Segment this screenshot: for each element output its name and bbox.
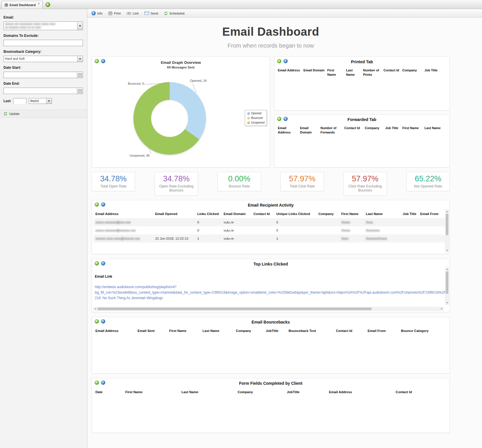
cell-email-domain[interactable]: vutu.re <box>222 218 252 226</box>
column-header: Email Address <box>277 125 299 136</box>
scrollbar-thumb[interactable] <box>446 271 448 294</box>
add-icon[interactable]: + <box>277 59 281 63</box>
column-header: Email Domain <box>222 210 252 218</box>
dropdown-button[interactable] <box>46 98 52 104</box>
scrollbar-thumb[interactable] <box>97 308 372 310</box>
cell-email-opened: 22 Jun 2018, 12:22:13 <box>153 234 195 243</box>
bounceback-category-select[interactable]: Hard and Soft <box>3 56 83 62</box>
cell-company <box>317 234 340 243</box>
last-value-input[interactable] <box>13 99 26 104</box>
add-icon[interactable]: + <box>95 202 99 207</box>
stat-label: Total Open Rate <box>94 184 133 188</box>
cell-email-from <box>418 234 445 243</box>
scroll-up-button[interactable] <box>445 268 449 271</box>
cell-first-name: Xxxx <box>340 234 364 243</box>
add-icon[interactable]: + <box>95 59 99 63</box>
info-icon[interactable]: i <box>101 319 105 324</box>
send-tool[interactable]: Send <box>144 12 158 15</box>
bounceback-selected-value: Hard and Soft <box>4 56 77 62</box>
calendar-icon <box>78 89 82 93</box>
email-select[interactable]: xxxxxx xxx xxxxxxxxx xxxxx xxxxx xxxx xx… <box>3 21 83 30</box>
calendar-button[interactable] <box>77 72 83 78</box>
vertical-scrollbar[interactable] <box>445 267 449 305</box>
add-icon[interactable]: + <box>95 261 99 265</box>
add-tab-button[interactable]: + <box>46 2 50 7</box>
printer-icon <box>108 11 113 15</box>
scroll-down-button[interactable] <box>445 301 449 305</box>
scheduled-tool[interactable]: Scheduled <box>164 11 184 15</box>
add-icon[interactable]: + <box>277 117 281 121</box>
slice-label-bounced: Bounced, 0 <box>128 82 144 85</box>
info-icon[interactable]: i <box>101 380 105 385</box>
stat-card-not-opened-rate: 65.22% Not Opened Rate <box>406 172 450 191</box>
panel-title: Forwarded Tab <box>274 115 450 122</box>
info-icon[interactable]: i <box>101 261 105 265</box>
legend-item-unopened: Unopened <box>247 121 264 124</box>
cell-last-name: Xxxx <box>364 218 401 226</box>
stat-value: 34.78% <box>157 174 196 183</box>
stat-label: Click Rate Excluding Bounces <box>345 184 385 193</box>
cell-unique-links[interactable]: 0 <box>275 226 317 234</box>
dropdown-button[interactable] <box>77 56 83 62</box>
horizontal-scrollbar[interactable] <box>93 307 444 311</box>
cell-email-domain[interactable]: vutu.re <box>222 226 252 234</box>
column-header: Company <box>364 125 384 136</box>
panel-title: Form Fields Completed by Client <box>92 378 450 386</box>
column-header: Unique Links Clicked <box>275 210 317 218</box>
column-header: First Name <box>124 388 180 396</box>
column-header: Email Opened <box>153 210 195 218</box>
dropdown-button[interactable] <box>77 22 83 30</box>
main-area: i Info Print Link <box>87 9 482 448</box>
add-icon[interactable]: + <box>95 319 99 324</box>
cell-first-name: Xxxxx <box>340 218 364 226</box>
info-icon[interactable]: i <box>283 59 288 63</box>
vertical-scrollbar[interactable] <box>445 209 449 252</box>
cell-links-clicked[interactable]: 0 <box>195 218 222 226</box>
info-tool-label: Info <box>97 12 102 15</box>
legend-dot <box>247 112 250 115</box>
scroll-down-button[interactable] <box>445 249 449 252</box>
cell-unique-links[interactable]: 0 <box>275 218 317 226</box>
update-button[interactable]: Update <box>0 110 87 118</box>
scroll-left-button[interactable] <box>94 307 97 310</box>
email-link-line[interactable]: 219: No Such Thing As Jeremiah Wingdings <box>95 295 447 301</box>
last-unit-select[interactable]: day(s) <box>29 98 52 104</box>
stat-value: 65.22% <box>408 174 448 183</box>
cell-email-domain[interactable]: vutu.re <box>222 234 252 243</box>
scheduled-icon <box>164 11 168 15</box>
info-tool[interactable]: i Info <box>91 11 102 15</box>
column-header: Last Name <box>180 388 236 396</box>
add-icon[interactable]: + <box>95 380 99 385</box>
info-icon[interactable]: i <box>101 202 105 207</box>
column-header: First Name <box>340 210 364 218</box>
date-end-input[interactable] <box>4 88 77 94</box>
scrollbar-thumb[interactable] <box>446 214 448 236</box>
close-icon[interactable]: × <box>38 2 40 5</box>
cell-unique-links[interactable]: 1 <box>275 234 317 243</box>
domains-exclude-input[interactable] <box>4 40 83 46</box>
domains-exclude-label: Domains To Exclude: <box>3 34 84 38</box>
scroll-up-button[interactable] <box>445 210 449 213</box>
info-icon: i <box>91 11 96 15</box>
tab-bar: Email Dashboard × + <box>0 0 482 9</box>
tab-email-dashboard[interactable]: Email Dashboard × <box>1 1 43 9</box>
cell-email-address: xxxxx.xxxxxxx@xxx.xxx <box>94 218 153 226</box>
email-link-line[interactable]: http://embeds.audioboom.com/publishing/p… <box>95 284 447 290</box>
link-tool[interactable]: Link <box>126 12 139 15</box>
info-icon[interactable]: i <box>283 117 288 121</box>
cell-email-from <box>418 218 445 226</box>
cell-links-clicked[interactable]: 1 <box>195 234 222 243</box>
date-start-input[interactable] <box>4 72 77 78</box>
cell-links-clicked[interactable]: 0 <box>195 226 222 234</box>
email-link[interactable]: http://embeds.audioboom.com/publishing/p… <box>95 284 447 301</box>
email-link-line[interactable]: bg_fill_col=%23ecefef&boo_content_type=c… <box>95 290 447 295</box>
form-fields-table: Date First Name Last Name Company JobTit… <box>94 388 445 396</box>
stat-value: 34.78% <box>94 174 133 183</box>
panel-title: Email Bouncebacks <box>92 317 450 324</box>
print-tool[interactable]: Print <box>108 11 121 15</box>
donut-ring <box>133 82 206 155</box>
recipient-activity-panel: + i Email Recipient Activity Email Addre… <box>92 200 450 254</box>
calendar-button[interactable] <box>77 88 83 94</box>
scroll-right-button[interactable] <box>440 307 443 310</box>
info-icon[interactable]: i <box>101 59 105 63</box>
